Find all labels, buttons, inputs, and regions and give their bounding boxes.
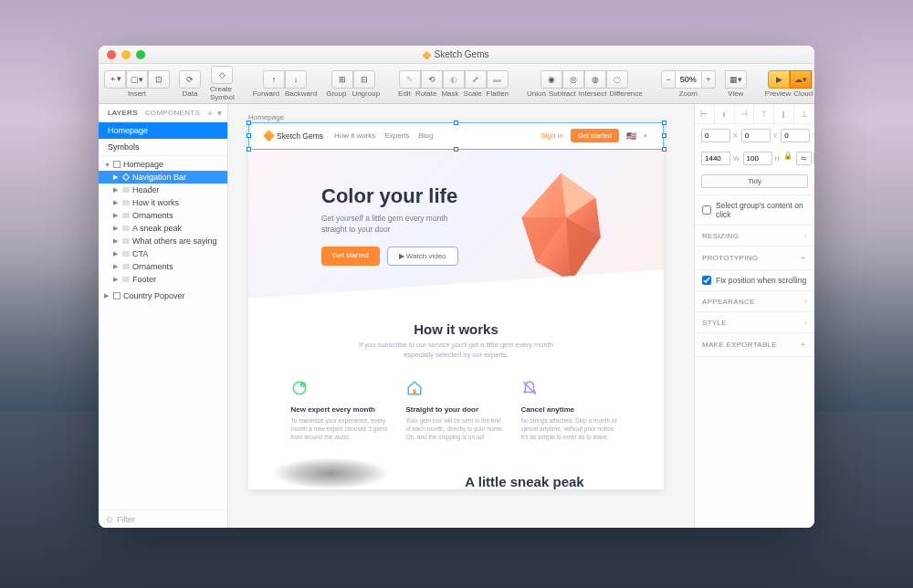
edit-button[interactable]: ✎ (399, 70, 421, 89)
selection-handle[interactable] (662, 121, 666, 125)
flatten-button[interactable]: ▬ (487, 70, 509, 89)
zoom-out-button[interactable]: − (661, 70, 676, 89)
cloud-button[interactable]: ☁▾ (790, 70, 812, 89)
backward-button[interactable]: ↓ (285, 70, 307, 89)
make-exportable-section[interactable]: MAKE EXPORTABLE＋ (695, 333, 814, 357)
home-icon (406, 380, 423, 396)
export-button[interactable]: ⇪ (812, 70, 814, 89)
selection-handle[interactable] (247, 133, 251, 138)
refresh-user-icon: + (291, 380, 308, 396)
layer-what-others[interactable]: ▶What others are saying (99, 235, 227, 247)
canvas[interactable]: Homepage Sketch Gems How it works Expert… (228, 104, 694, 528)
artboard-label[interactable]: Homepage (248, 113, 284, 121)
selection-handle[interactable] (247, 147, 251, 152)
tab-layers[interactable]: LAYERS (104, 109, 142, 117)
svg-rect-3 (413, 390, 415, 394)
rotate-input[interactable] (781, 129, 810, 142)
style-section[interactable]: STYLE› (695, 312, 814, 333)
appearance-section[interactable]: APPEARANCE› (695, 291, 814, 312)
maximize-icon[interactable] (136, 50, 145, 59)
insert-shape-button[interactable]: ▢▾ (126, 70, 148, 89)
feature-door: Straight to your door Your gem box will … (406, 380, 507, 441)
align-vcenter-button[interactable]: ⫿ (774, 104, 794, 123)
page-homepage[interactable]: Homepage (99, 122, 227, 139)
chevron-right-icon: › (804, 318, 807, 327)
subtract-button[interactable]: ◎ (562, 70, 584, 89)
selection-handle[interactable] (454, 147, 458, 152)
add-page-button[interactable]: ＋ ▾ (205, 107, 222, 120)
insert-lock-button[interactable]: ⊡ (148, 70, 170, 89)
group-button[interactable]: ⊞ (331, 70, 353, 89)
view-button[interactable]: ▦▾ (725, 70, 747, 89)
mock-nav-cta: Get started (571, 129, 619, 142)
tidy-button[interactable]: Tidy (701, 174, 808, 188)
selection-handle[interactable] (454, 121, 458, 125)
union-button[interactable]: ◉ (540, 70, 562, 89)
mask-button[interactable]: ◐ (443, 70, 465, 89)
prototyping-section[interactable]: PROTOTYPING＋ (695, 247, 814, 270)
selection-handle[interactable] (662, 147, 666, 152)
layer-country-popover[interactable]: ▶Country Popover (99, 289, 227, 302)
forward-button[interactable]: ↑ (263, 70, 285, 89)
flip-h-button[interactable]: ⇋ (796, 152, 812, 165)
y-input[interactable] (741, 129, 771, 142)
mock-nav-link: How it works (334, 131, 375, 140)
ungroup-button[interactable]: ⊟ (353, 70, 375, 89)
mock-how-it-works: How it works If you subscribe to our ser… (248, 305, 664, 457)
section-subtitle: If you subscribe to our service you'll g… (276, 341, 636, 360)
layer-header[interactable]: ▶Header (99, 184, 227, 196)
scale-button[interactable]: ⤢ (465, 70, 487, 89)
x-input[interactable] (701, 129, 730, 142)
feature-expert: + New expert every month To maximize you… (291, 380, 392, 441)
titlebar[interactable]: Sketch Gems (99, 46, 814, 64)
align-top-button[interactable]: ⊤ (754, 104, 774, 123)
toolbar: ＋▾ ▢▾ ⊡ Insert ⟳ Data ◇ Create Symbol ↑ … (99, 64, 814, 104)
sneak-title: A little sneak peak (413, 474, 636, 489)
layer-navigation-bar[interactable]: ▶Navigation Bar (99, 171, 227, 184)
flip-v-button[interactable]: ⥮ (813, 152, 814, 165)
filter-input[interactable]: ⊙Filter (99, 509, 227, 528)
selection-handle[interactable] (247, 121, 251, 125)
close-icon[interactable] (107, 50, 116, 59)
page-symbols[interactable]: Symbols (99, 139, 227, 155)
intersect-button[interactable]: ◍ (584, 70, 606, 89)
zoom-value[interactable]: 50% (676, 70, 701, 89)
layer-footer[interactable]: ▶Footer (99, 273, 227, 286)
data-button[interactable]: ⟳ (179, 70, 201, 89)
difference-button[interactable]: ◌ (606, 70, 628, 89)
mock-logo: Sketch Gems (265, 131, 323, 141)
height-input[interactable] (743, 152, 772, 165)
chevron-right-icon: › (804, 231, 807, 240)
width-input[interactable] (701, 152, 730, 165)
bell-off-icon (521, 380, 538, 396)
lock-icon[interactable]: 🔒 (783, 152, 792, 165)
hand-image (271, 457, 390, 489)
align-left-button[interactable]: ⊢ (695, 104, 715, 123)
resizing-section[interactable]: RESIZING› (695, 226, 814, 247)
plus-icon[interactable]: ＋ (799, 339, 807, 351)
create-symbol-button[interactable]: ◇ (211, 66, 233, 84)
artboard-homepage[interactable]: Sketch Gems How it works Experts Blog Si… (248, 122, 664, 489)
preview-button[interactable]: ▶ (768, 70, 790, 89)
selection-handle[interactable] (662, 133, 666, 138)
zoom-in-button[interactable]: + (701, 70, 716, 89)
flag-icon: 🇺🇸 (626, 131, 636, 141)
align-bottom-button[interactable]: ⊥ (794, 104, 814, 123)
fix-position-checkbox[interactable]: Fix position when scrolling (695, 270, 814, 291)
select-content-checkbox[interactable]: Select group's content on click (695, 195, 814, 226)
layer-cta[interactable]: ▶CTA (99, 247, 227, 260)
plus-icon[interactable]: ＋ (799, 252, 807, 264)
layer-how-it-works[interactable]: ▶How it works (99, 196, 227, 209)
layers-panel: LAYERS COMPONENTS ＋ ▾ Homepage Symbols ▼… (99, 104, 228, 528)
layer-ornaments-2[interactable]: ▶Ornaments (99, 260, 227, 273)
layer-homepage[interactable]: ▼Homepage (99, 158, 227, 171)
layer-ornaments[interactable]: ▶Ornaments (99, 209, 227, 222)
layer-sneak-peak[interactable]: ▶A sneak peak (99, 222, 227, 235)
align-right-button[interactable]: ⊣ (735, 104, 755, 123)
mock-nav-link: Experts (384, 131, 409, 140)
minimize-icon[interactable] (121, 50, 131, 59)
align-hcenter-button[interactable]: ⫾ (715, 104, 735, 123)
tab-components[interactable]: COMPONENTS (142, 109, 204, 117)
insert-button[interactable]: ＋▾ (104, 70, 126, 89)
rotate-button[interactable]: ⟲ (421, 70, 443, 89)
